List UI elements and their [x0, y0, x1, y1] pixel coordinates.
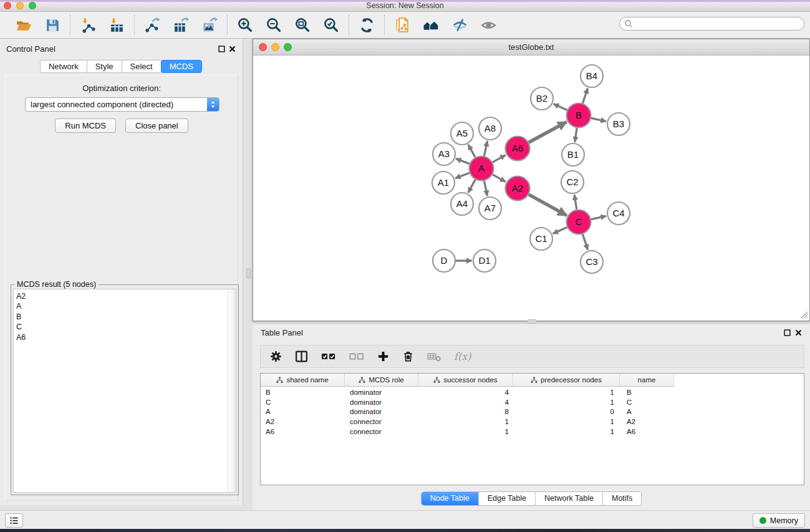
tab-network-table[interactable]: Network Table [536, 492, 603, 505]
close-panel-icon[interactable] [229, 46, 236, 52]
table-cell[interactable]: 4 [418, 388, 513, 398]
table-cell[interactable]: A2 [261, 417, 345, 427]
table-row[interactable]: A6connector11A6 [261, 427, 804, 437]
column-header-name[interactable]: name [620, 374, 674, 387]
network-window-title-bar[interactable]: testGlobe.txt [253, 39, 809, 56]
graph-edge[interactable] [529, 122, 567, 142]
graph-node-b3[interactable]: B3 [607, 113, 630, 135]
graph-node-a7[interactable]: A7 [479, 197, 501, 220]
graph-edge[interactable] [484, 181, 487, 196]
graph-edge[interactable] [456, 158, 470, 163]
table-row[interactable]: Cdominator41C [261, 398, 804, 408]
graph-node-b2[interactable]: B2 [531, 87, 553, 110]
table-cell[interactable]: dominator [345, 398, 418, 408]
column-header-predecessor-nodes[interactable]: predecessor nodes [513, 374, 620, 387]
layout-homes-icon[interactable] [422, 16, 440, 34]
zoom-fit-icon[interactable] [293, 16, 312, 34]
table-cell[interactable]: A6 [261, 427, 345, 437]
table-cell[interactable]: A2 [620, 417, 674, 427]
graph-node-a4[interactable]: A4 [451, 193, 473, 215]
table-cell[interactable]: A [620, 407, 674, 417]
delete-column-icon[interactable] [402, 351, 414, 362]
graph-node-b[interactable]: B [567, 104, 591, 128]
table-cell[interactable]: 1 [513, 417, 620, 427]
graph-node-a2[interactable]: A2 [506, 177, 530, 201]
graph-node-a6[interactable]: A6 [506, 137, 530, 161]
graph-edge[interactable] [529, 195, 567, 215]
toggle-birdseye-icon[interactable] [450, 16, 469, 34]
graph-node-a3[interactable]: A3 [433, 143, 455, 165]
graph-edge[interactable] [582, 88, 587, 103]
add-column-icon[interactable] [377, 351, 389, 362]
tab-select[interactable]: Select [122, 60, 162, 73]
eye-icon[interactable] [479, 16, 498, 34]
graph-edge[interactable] [553, 227, 567, 233]
column-header-successor-nodes[interactable]: successor nodes [418, 374, 513, 387]
graph-edge[interactable] [468, 145, 475, 157]
horizontal-splitter-handle[interactable] [527, 319, 537, 324]
vertical-splitter-handle[interactable] [246, 268, 251, 279]
tab-edge-table[interactable]: Edge Table [479, 492, 536, 505]
graph-edge[interactable] [591, 118, 606, 121]
tab-style[interactable]: Style [87, 60, 122, 73]
float-panel-icon[interactable] [218, 46, 225, 52]
table-cell[interactable]: 1 [513, 398, 620, 408]
gear-icon[interactable] [270, 351, 282, 362]
split-view-icon[interactable] [295, 350, 308, 363]
mcds-result-item[interactable]: A6 [14, 332, 236, 342]
task-history-button[interactable] [5, 513, 23, 528]
table-close-panel-icon[interactable] [795, 329, 802, 336]
table-cell[interactable]: A [261, 407, 345, 417]
criterion-dropdown[interactable]: largest connected component (directed) [25, 97, 219, 112]
graph-node-a[interactable]: A [470, 157, 494, 181]
graph-node-c1[interactable]: C1 [530, 228, 552, 250]
table-cell[interactable]: A6 [620, 427, 674, 437]
select-all-checkboxes-icon[interactable] [321, 352, 336, 360]
mcds-result-item[interactable]: C [14, 322, 236, 332]
table-float-panel-icon[interactable] [784, 329, 791, 336]
delete-table-icon[interactable] [427, 352, 441, 362]
zoom-selected-icon[interactable] [322, 16, 340, 34]
table-cell[interactable]: C [261, 398, 345, 408]
graph-node-a5[interactable]: A5 [451, 122, 473, 145]
table-cell[interactable]: 1 [418, 417, 513, 427]
mcds-result-item[interactable]: A2 [14, 291, 236, 301]
zoom-out-icon[interactable] [264, 16, 283, 34]
mcds-result-item[interactable]: B [14, 312, 236, 322]
export-network-icon[interactable] [143, 16, 162, 34]
close-panel-button[interactable]: Close panel [125, 118, 188, 133]
graph-edge[interactable] [575, 128, 577, 142]
result-scrollbar[interactable] [228, 289, 236, 492]
tab-node-table[interactable]: Node Table [422, 492, 479, 505]
graph-node-c4[interactable]: C4 [607, 202, 630, 225]
graph-edge[interactable] [574, 195, 577, 209]
graph-node-a1[interactable]: A1 [432, 172, 455, 194]
table-cell[interactable]: dominator [345, 407, 418, 417]
table-cell[interactable]: dominator [345, 388, 418, 398]
graph-edge[interactable] [493, 175, 506, 181]
mcds-result-item[interactable]: A [14, 301, 236, 311]
column-header-mcds-role[interactable]: MCDS role [345, 374, 418, 387]
search-input[interactable] [633, 18, 804, 29]
graph-node-d[interactable]: D [433, 249, 455, 272]
table-cell[interactable]: 1 [418, 427, 513, 437]
table-cell[interactable]: B [261, 388, 345, 398]
graph-node-c[interactable]: C [567, 210, 591, 235]
graph-edge[interactable] [484, 141, 487, 156]
graph-node-a8[interactable]: A8 [479, 117, 501, 140]
table-row[interactable]: Bdominator41B [261, 388, 804, 398]
table-cell[interactable]: 8 [418, 407, 513, 417]
table-row[interactable]: A2connector11A2 [261, 417, 804, 427]
graph-edge[interactable] [493, 155, 506, 162]
export-image-icon[interactable] [200, 16, 219, 34]
graph-node-c3[interactable]: C3 [581, 251, 603, 273]
graph-node-d1[interactable]: D1 [473, 249, 496, 272]
tab-network[interactable]: Network [40, 60, 87, 73]
table-cell[interactable]: 1 [513, 388, 620, 398]
open-file-icon[interactable] [14, 16, 33, 34]
deselect-all-checkboxes-icon[interactable] [349, 352, 364, 360]
graph-edge[interactable] [554, 104, 567, 110]
column-header-shared-name[interactable]: shared name [261, 374, 345, 387]
graph-node-b4[interactable]: B4 [581, 65, 603, 87]
graph-edge[interactable] [591, 216, 606, 219]
